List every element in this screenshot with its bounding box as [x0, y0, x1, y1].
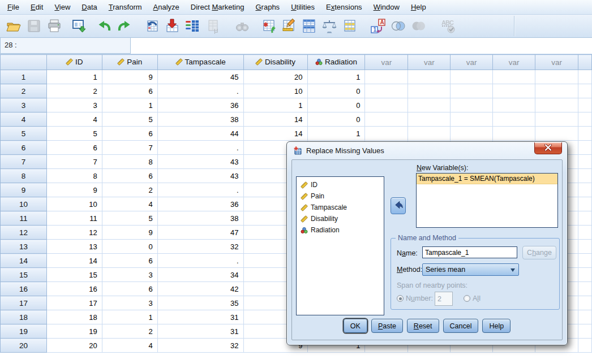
- empty-cell[interactable]: [578, 254, 591, 268]
- data-cell[interactable]: 4: [46, 112, 102, 127]
- row-header-18[interactable]: 18: [1, 310, 47, 324]
- empty-cell[interactable]: [578, 141, 591, 155]
- data-cell[interactable]: 1: [46, 70, 102, 84]
- empty-cell[interactable]: [578, 339, 591, 353]
- data-cell[interactable]: 31: [157, 310, 243, 324]
- empty-cell[interactable]: [578, 268, 591, 282]
- insert-variable-button[interactable]: [278, 16, 299, 36]
- data-cell[interactable]: 2: [102, 324, 157, 339]
- data-cell[interactable]: 1: [102, 98, 157, 112]
- column-header-var[interactable]: var: [365, 55, 408, 70]
- row-header-3[interactable]: 3: [1, 98, 47, 112]
- column-header-var[interactable]: var: [493, 55, 535, 70]
- row-header-9[interactable]: 9: [1, 183, 47, 197]
- transfer-variable-button[interactable]: [391, 197, 406, 214]
- data-cell[interactable]: 1: [102, 310, 157, 324]
- weight-cases-button[interactable]: [319, 16, 340, 36]
- data-cell[interactable]: 0: [102, 240, 157, 254]
- data-cell[interactable]: 4: [102, 197, 157, 211]
- empty-cell[interactable]: [493, 127, 535, 141]
- redo-button[interactable]: [114, 16, 135, 36]
- goto-variable-button[interactable]: [162, 16, 182, 36]
- paste-button[interactable]: Paste: [371, 319, 403, 333]
- empty-cell[interactable]: [451, 98, 493, 112]
- menu-item-edit[interactable]: Edit: [25, 1, 49, 14]
- empty-cell[interactable]: [578, 282, 591, 296]
- data-cell[interactable]: 10: [243, 84, 307, 98]
- data-cell[interactable]: 42: [157, 282, 243, 296]
- data-cell[interactable]: 9: [102, 226, 157, 240]
- data-cell[interactable]: 36: [157, 98, 243, 112]
- row-header-4[interactable]: 4: [1, 112, 47, 127]
- empty-cell[interactable]: [578, 296, 591, 310]
- data-cell[interactable]: 3: [102, 268, 157, 282]
- column-header-radiation[interactable]: Radiation: [307, 55, 365, 70]
- empty-cell[interactable]: [535, 70, 578, 84]
- empty-cell[interactable]: [408, 127, 451, 141]
- data-cell[interactable]: 1: [307, 127, 365, 141]
- row-header-15[interactable]: 15: [1, 268, 47, 282]
- variables-button[interactable]: [182, 16, 203, 36]
- data-cell[interactable]: 36: [157, 197, 243, 211]
- source-variable-list[interactable]: IDPainTampascaleDisabilityRadiation: [296, 176, 384, 315]
- row-header-2[interactable]: 2: [1, 84, 47, 98]
- row-header-16[interactable]: 16: [1, 282, 47, 296]
- data-cell[interactable]: 5: [102, 211, 157, 226]
- empty-cell[interactable]: [535, 112, 578, 127]
- data-cell[interactable]: 11: [46, 211, 102, 226]
- open-data-button[interactable]: [3, 16, 24, 36]
- menu-item-extensions[interactable]: Extensions: [320, 1, 368, 14]
- data-cell[interactable]: 34: [157, 268, 243, 282]
- empty-cell[interactable]: [451, 84, 493, 98]
- row-header-6[interactable]: 6: [1, 141, 47, 155]
- variable-item-disability[interactable]: Disability: [297, 213, 384, 224]
- row-header-13[interactable]: 13: [1, 240, 47, 254]
- empty-cell[interactable]: [493, 84, 535, 98]
- empty-cell[interactable]: [535, 98, 578, 112]
- data-cell[interactable]: 43: [157, 169, 243, 183]
- empty-cell[interactable]: [578, 155, 591, 169]
- data-cell[interactable]: .: [157, 84, 243, 98]
- empty-cell[interactable]: [451, 70, 493, 84]
- data-cell[interactable]: 0: [307, 112, 365, 127]
- empty-cell[interactable]: [365, 112, 408, 127]
- empty-cell[interactable]: [578, 310, 591, 324]
- empty-cell[interactable]: [408, 112, 451, 127]
- data-cell[interactable]: 6: [102, 169, 157, 183]
- grid-corner[interactable]: [1, 55, 47, 70]
- data-cell[interactable]: 15: [46, 268, 102, 282]
- empty-cell[interactable]: [408, 98, 451, 112]
- empty-cell[interactable]: [578, 84, 591, 98]
- empty-cell[interactable]: [493, 112, 535, 127]
- data-cell[interactable]: 1: [307, 70, 365, 84]
- cell-editor-input[interactable]: [131, 38, 592, 54]
- empty-cell[interactable]: [578, 127, 591, 141]
- row-header-5[interactable]: 5: [1, 127, 47, 141]
- variable-item-radiation[interactable]: Radiation: [297, 224, 384, 236]
- dialog-titlebar[interactable]: Replace Missing Values: [287, 142, 567, 159]
- column-header-id[interactable]: ID: [46, 55, 102, 70]
- data-cell[interactable]: 7: [46, 155, 102, 169]
- empty-cell[interactable]: [408, 70, 451, 84]
- row-header-19[interactable]: 19: [1, 324, 47, 339]
- data-cell[interactable]: 6: [102, 254, 157, 268]
- empty-cell[interactable]: [365, 84, 408, 98]
- menu-item-graphs[interactable]: Graphs: [250, 1, 285, 14]
- data-cell[interactable]: 16: [46, 282, 102, 296]
- data-cell[interactable]: 20: [46, 339, 102, 353]
- row-header-8[interactable]: 8: [1, 169, 47, 183]
- menu-item-file[interactable]: File: [2, 1, 25, 14]
- column-header-var[interactable]: var: [451, 55, 493, 70]
- empty-cell[interactable]: [578, 169, 591, 183]
- undo-button[interactable]: [94, 16, 114, 36]
- empty-cell[interactable]: [365, 70, 408, 84]
- variable-item-tampascale[interactable]: Tampascale: [297, 202, 384, 213]
- reset-button[interactable]: Reset: [407, 319, 439, 333]
- empty-cell[interactable]: [493, 70, 535, 84]
- data-cell[interactable]: 6: [102, 282, 157, 296]
- empty-cell[interactable]: [578, 211, 591, 226]
- data-cell[interactable]: 13: [46, 240, 102, 254]
- empty-cell[interactable]: [578, 183, 591, 197]
- empty-cell[interactable]: [535, 127, 578, 141]
- empty-cell[interactable]: [578, 226, 591, 240]
